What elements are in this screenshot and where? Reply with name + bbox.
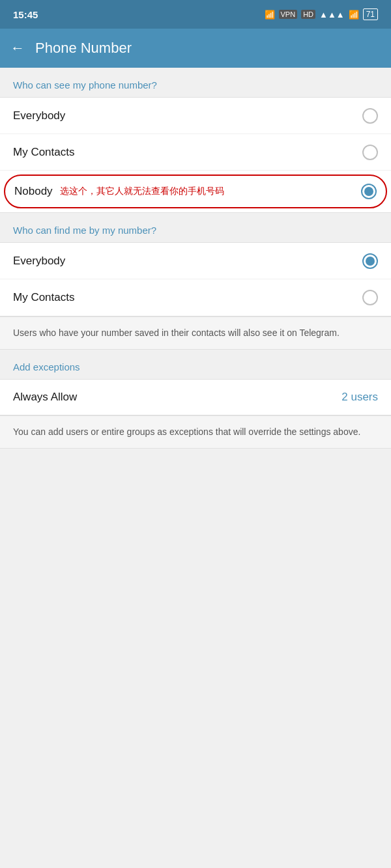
option-mycontacts2-label: My Contacts (13, 291, 74, 304)
header: ← Phone Number (0, 29, 391, 68)
option-mycontacts2[interactable]: My Contacts (0, 279, 391, 316)
option-everybody2[interactable]: Everybody (0, 243, 391, 279)
radio-mycontacts2[interactable] (362, 290, 378, 305)
option-everybody1-label: Everybody (13, 109, 65, 122)
signal-icon: ▲▲▲ (319, 10, 345, 20)
battery-icon: 71 (363, 8, 378, 20)
exceptions-info: You can add users or entire groups as ex… (0, 415, 391, 449)
radio-mycontacts1[interactable] (362, 145, 378, 160)
option-nobody[interactable]: Nobody 选这个，其它人就无法查看你的手机号码 (4, 175, 387, 208)
always-allow-value: 2 users (341, 391, 378, 404)
option-everybody1[interactable]: Everybody (0, 98, 391, 134)
always-allow-label: Always Allow (13, 391, 77, 404)
nobody-annotation: 选这个，其它人就无法查看你的手机号码 (58, 186, 225, 197)
radio-everybody2[interactable] (362, 253, 378, 269)
hd-badge: HD (301, 10, 315, 19)
add-exceptions-label: Add exceptions (0, 350, 391, 379)
section2-info: Users who have your number saved in thei… (0, 316, 391, 350)
vpn-badge: VPN (279, 10, 298, 19)
option-mycontacts1[interactable]: My Contacts (0, 134, 391, 171)
status-time: 15:45 (13, 9, 38, 20)
status-icons: 📶 VPN HD ▲▲▲ 📶 71 (265, 8, 378, 20)
status-bar: 15:45 📶 VPN HD ▲▲▲ 📶 71 (0, 0, 391, 29)
footer-space (0, 449, 391, 677)
section1-options: Everybody My Contacts Nobody 选这个，其它人就无法查… (0, 97, 391, 213)
section1-label: Who can see my phone number? (0, 68, 391, 97)
section2-label: Who can find me by my number? (0, 213, 391, 242)
back-button[interactable]: ← (10, 41, 25, 55)
radio-everybody1[interactable] (362, 108, 378, 124)
bluetooth-icon: 📶 (265, 10, 275, 20)
content: Who can see my phone number? Everybody M… (0, 68, 391, 677)
option-nobody-label: Nobody (14, 185, 53, 198)
section2-options: Everybody My Contacts (0, 242, 391, 316)
wifi-icon: 📶 (349, 10, 359, 20)
option-mycontacts1-label: My Contacts (13, 146, 74, 159)
page-title: Phone Number (35, 40, 132, 57)
radio-nobody[interactable] (361, 184, 377, 199)
option-everybody2-label: Everybody (13, 255, 65, 268)
always-allow-row[interactable]: Always Allow 2 users (0, 379, 391, 415)
